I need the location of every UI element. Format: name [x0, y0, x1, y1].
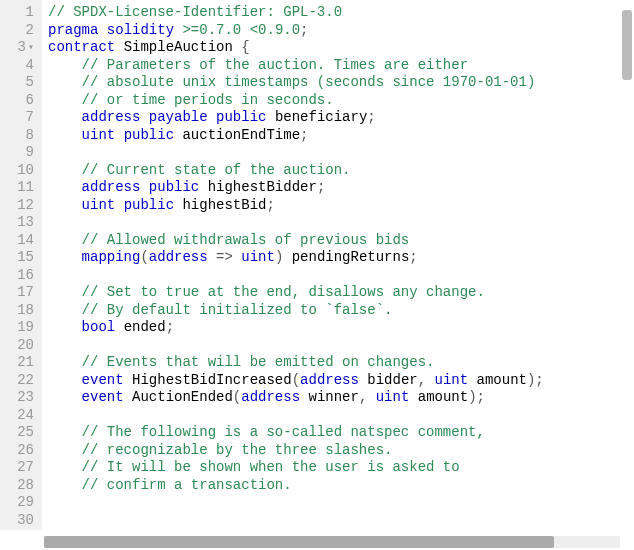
line-number: 24 [4, 407, 34, 425]
fold-marker-icon[interactable]: ▾ [28, 39, 34, 57]
line-number: 21 [4, 354, 34, 372]
code-line[interactable] [48, 267, 634, 285]
code-line[interactable] [48, 512, 634, 530]
code-line[interactable]: mapping(address => uint) pendingReturns; [48, 249, 634, 267]
line-number: 5 [4, 74, 34, 92]
code-line[interactable]: // SPDX-License-Identifier: GPL-3.0 [48, 4, 634, 22]
code-line[interactable]: // or time periods in seconds. [48, 92, 634, 110]
line-number: 27 [4, 459, 34, 477]
code-line[interactable] [48, 337, 634, 355]
code-line[interactable]: // recognizable by the three slashes. [48, 442, 634, 460]
line-number: 13 [4, 214, 34, 232]
line-number: 1 [4, 4, 34, 22]
code-line[interactable]: // absolute unix timestamps (seconds sin… [48, 74, 634, 92]
code-line[interactable]: // Set to true at the end, disallows any… [48, 284, 634, 302]
code-line[interactable]: // Parameters of the auction. Times are … [48, 57, 634, 75]
code-line[interactable]: // Events that will be emitted on change… [48, 354, 634, 372]
line-number: 17 [4, 284, 34, 302]
line-number: 20 [4, 337, 34, 355]
code-line[interactable]: event AuctionEnded(address winner, uint … [48, 389, 634, 407]
line-number: 4 [4, 57, 34, 75]
code-line[interactable]: bool ended; [48, 319, 634, 337]
line-number: 3▾ [4, 39, 34, 57]
line-number: 16 [4, 267, 34, 285]
line-number: 18 [4, 302, 34, 320]
code-line[interactable]: uint public auctionEndTime; [48, 127, 634, 145]
code-line[interactable]: // It will be shown when the user is ask… [48, 459, 634, 477]
vertical-scrollbar[interactable] [622, 10, 632, 80]
code-line[interactable]: // Current state of the auction. [48, 162, 634, 180]
line-number: 7 [4, 109, 34, 127]
line-number: 23 [4, 389, 34, 407]
line-number: 8 [4, 127, 34, 145]
line-number: 2 [4, 22, 34, 40]
code-line[interactable]: address public highestBidder; [48, 179, 634, 197]
line-number: 11 [4, 179, 34, 197]
line-number: 9 [4, 144, 34, 162]
code-line[interactable]: // The following is a so-called natspec … [48, 424, 634, 442]
code-line[interactable]: // By default initialized to `false`. [48, 302, 634, 320]
code-line[interactable]: event HighestBidIncreased(address bidder… [48, 372, 634, 390]
line-number: 19 [4, 319, 34, 337]
code-area[interactable]: // SPDX-License-Identifier: GPL-3.0pragm… [42, 0, 634, 530]
code-editor[interactable]: 123▾456789101112131415161718192021222324… [0, 0, 634, 530]
code-line[interactable] [48, 407, 634, 425]
line-number: 15 [4, 249, 34, 267]
code-line[interactable]: // confirm a transaction. [48, 477, 634, 495]
horizontal-scrollbar[interactable] [44, 536, 554, 548]
line-number: 30 [4, 512, 34, 530]
line-number: 10 [4, 162, 34, 180]
line-number-gutter: 123▾456789101112131415161718192021222324… [0, 0, 42, 530]
code-line[interactable]: contract SimpleAuction { [48, 39, 634, 57]
code-line[interactable] [48, 214, 634, 232]
code-line[interactable]: // Allowed withdrawals of previous bids [48, 232, 634, 250]
code-line[interactable]: uint public highestBid; [48, 197, 634, 215]
line-number: 22 [4, 372, 34, 390]
line-number: 6 [4, 92, 34, 110]
line-number: 12 [4, 197, 34, 215]
code-line[interactable]: pragma solidity >=0.7.0 <0.9.0; [48, 22, 634, 40]
line-number: 29 [4, 494, 34, 512]
line-number: 14 [4, 232, 34, 250]
line-number: 25 [4, 424, 34, 442]
line-number: 26 [4, 442, 34, 460]
code-line[interactable] [48, 144, 634, 162]
code-line[interactable] [48, 494, 634, 512]
code-line[interactable]: address payable public beneficiary; [48, 109, 634, 127]
line-number: 28 [4, 477, 34, 495]
